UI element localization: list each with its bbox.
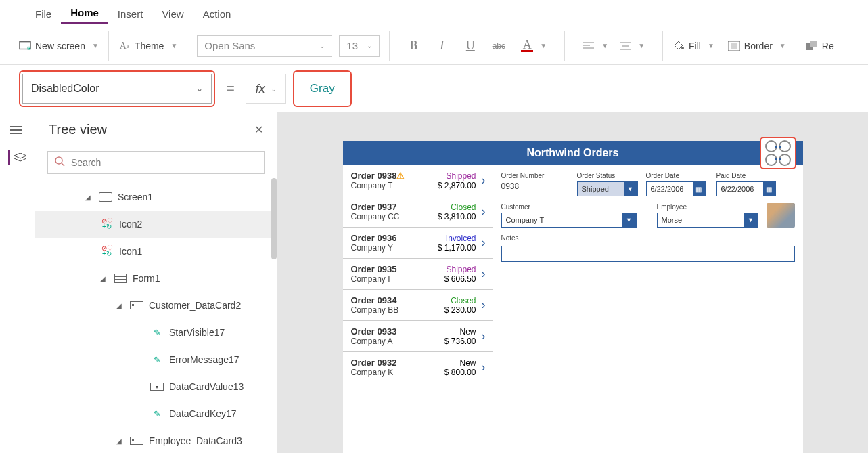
font-dropdown[interactable]: Open Sans ⌄ <box>197 35 332 57</box>
menu-action[interactable]: Action <box>193 4 241 24</box>
order-status: Closed <box>438 202 476 212</box>
form-icon <box>114 273 127 284</box>
strikethrough-icon[interactable]: abc <box>493 40 505 52</box>
left-rail <box>0 112 35 453</box>
order-status-value: Shipped <box>582 185 609 193</box>
list-item[interactable]: Order 0934 Company BB Closed $ 230.00 › <box>343 290 493 321</box>
order-status-dropdown[interactable]: Shipped ▼ <box>577 181 638 196</box>
align-icon[interactable] <box>583 40 595 52</box>
valign-icon[interactable] <box>619 40 631 52</box>
employee-photo <box>767 203 795 228</box>
font-color-icon[interactable]: A <box>521 40 533 52</box>
border-button[interactable]: Border ▼ <box>728 40 786 52</box>
list-item[interactable]: Order 0935 Company I Shipped $ 606.50 › <box>343 259 493 290</box>
order-status: Closed <box>444 296 476 305</box>
font-size-dropdown[interactable]: 13 ⌄ <box>339 35 380 57</box>
tree-item-screen1[interactable]: ◢ Screen1 <box>35 184 277 211</box>
list-item[interactable]: Order 0936 Company Y Invoiced $ 1,170.00… <box>343 228 493 259</box>
handle-icon[interactable] <box>779 154 791 166</box>
tree-item-customer-card[interactable]: ◢ Customer_DataCard2 <box>35 292 277 319</box>
menu-view[interactable]: View <box>152 4 193 24</box>
handle-icon[interactable] <box>779 140 791 152</box>
search-input[interactable] <box>71 157 257 168</box>
menu-file[interactable]: File <box>26 4 61 24</box>
order-company: Company I <box>351 274 444 284</box>
screen-icon: + <box>19 40 31 52</box>
tree-item-starvisible[interactable]: ✎ StarVisible17 <box>35 319 277 346</box>
bold-icon[interactable]: B <box>407 40 419 52</box>
order-number: Order 0935 <box>351 264 444 274</box>
property-name: DisabledColor <box>31 83 99 95</box>
tree-item-errormessage[interactable]: ✎ ErrorMessage17 <box>35 346 277 373</box>
warning-icon: ⚠ <box>396 171 405 181</box>
fx-button[interactable]: fx ⌄ <box>246 74 286 104</box>
caret-icon[interactable]: ◢ <box>100 275 108 282</box>
notes-input[interactable] <box>501 246 795 262</box>
close-icon[interactable]: ✕ <box>254 123 263 136</box>
menu-home[interactable]: Home <box>61 3 108 24</box>
ribbon: + New screen ▼ Aa Theme ▼ Open Sans ⌄ 13… <box>0 27 868 65</box>
formula-input[interactable]: Gray <box>296 74 348 104</box>
list-item[interactable]: Order 0933 Company A New $ 736.00 › <box>343 321 493 352</box>
list-item[interactable]: Order 0938⚠ Company T Shipped $ 2,870.00… <box>343 165 493 196</box>
employee-dropdown[interactable]: Morse ▼ <box>657 213 758 228</box>
handle-icon[interactable] <box>765 154 777 166</box>
new-screen-label: New screen <box>35 41 85 51</box>
label-icon: ✎ <box>150 354 164 365</box>
order-date-label: Order Date <box>646 172 708 179</box>
order-number: Order 0933 <box>351 326 444 337</box>
caret-icon[interactable]: ◢ <box>116 437 124 445</box>
italic-icon[interactable]: I <box>436 40 448 52</box>
order-status: Shipped <box>444 265 476 274</box>
order-company: Company A <box>351 337 444 346</box>
list-item[interactable]: Order 0932 Company K New $ 800.00 › <box>343 352 493 383</box>
chevron-down-icon: ▼ <box>779 42 786 49</box>
new-screen-button[interactable]: + New screen ▼ <box>19 40 99 52</box>
chevron-down-icon[interactable]: ▼ <box>540 42 547 49</box>
tree-item-datacardkey[interactable]: ✎ DataCardKey17 <box>35 400 277 427</box>
tree-item-form1[interactable]: ◢ Form1 <box>35 265 277 292</box>
tree-search[interactable] <box>47 151 265 174</box>
hamburger-icon[interactable] <box>10 126 25 138</box>
chevron-down-icon[interactable]: ▼ <box>638 42 645 49</box>
chevron-down-icon: ⌄ <box>196 84 203 93</box>
order-number-value: 0938 <box>501 181 520 191</box>
order-status: Shipped <box>438 171 476 181</box>
sync-icon: ⊘♡+↻ <box>100 246 114 257</box>
order-company: Company K <box>351 368 444 377</box>
order-status: New <box>444 327 476 337</box>
tree-item-icon2[interactable]: ⊘♡+↻ Icon2 <box>35 211 277 238</box>
order-date-picker[interactable]: 6/22/2006 ▦ <box>646 181 706 196</box>
tree-item-datacardvalue[interactable]: ▾ DataCardValue13 <box>35 373 277 400</box>
chevron-down-icon: ▼ <box>624 181 637 196</box>
order-amount: $ 2,870.00 <box>438 181 476 190</box>
theme-button[interactable]: Aa Theme ▼ <box>118 40 177 52</box>
reorder-button[interactable]: Re <box>806 40 834 52</box>
list-item[interactable]: Order 0937 Company CC Closed $ 3,810.00 … <box>343 196 493 228</box>
scrollbar[interactable] <box>271 178 277 259</box>
handle-icon[interactable] <box>765 140 777 152</box>
chevron-down-icon[interactable]: ▼ <box>601 42 608 49</box>
datacard-icon <box>130 435 143 446</box>
border-icon <box>728 40 740 52</box>
customer-value: Company T <box>506 216 545 224</box>
chevron-down-icon: ▼ <box>170 42 177 49</box>
caret-icon[interactable]: ◢ <box>85 194 93 201</box>
dropdown-icon: ▾ <box>150 381 164 392</box>
tree-view-rail-icon[interactable] <box>8 150 26 165</box>
order-number: Order 0937 <box>351 202 438 212</box>
customer-dropdown[interactable]: Company T ▼ <box>501 213 637 228</box>
selected-icon-overlay[interactable] <box>760 137 796 169</box>
paid-date-picker[interactable]: 6/22/2006 ▦ <box>716 181 776 196</box>
fill-button[interactable]: Fill ▼ <box>672 40 714 52</box>
svg-rect-15 <box>810 41 817 47</box>
font-size: 13 <box>346 40 358 51</box>
caret-icon[interactable]: ◢ <box>116 302 124 309</box>
tree-item-icon1[interactable]: ⊘♡+↻ Icon1 <box>35 238 277 265</box>
chevron-right-icon: › <box>482 173 486 188</box>
menu-bar: File Home Insert View Action <box>0 0 868 27</box>
underline-icon[interactable]: U <box>464 40 476 52</box>
tree-item-employee-card[interactable]: ◢ Employee_DataCard3 <box>35 427 277 453</box>
menu-insert[interactable]: Insert <box>108 4 153 24</box>
property-dropdown[interactable]: DisabledColor ⌄ <box>22 74 212 104</box>
